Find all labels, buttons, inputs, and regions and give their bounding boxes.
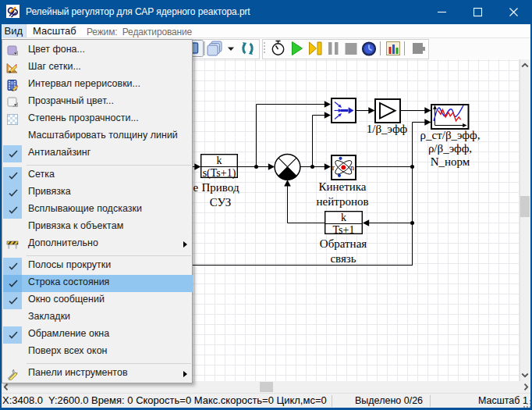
svg-text:n: n <box>350 163 354 172</box>
